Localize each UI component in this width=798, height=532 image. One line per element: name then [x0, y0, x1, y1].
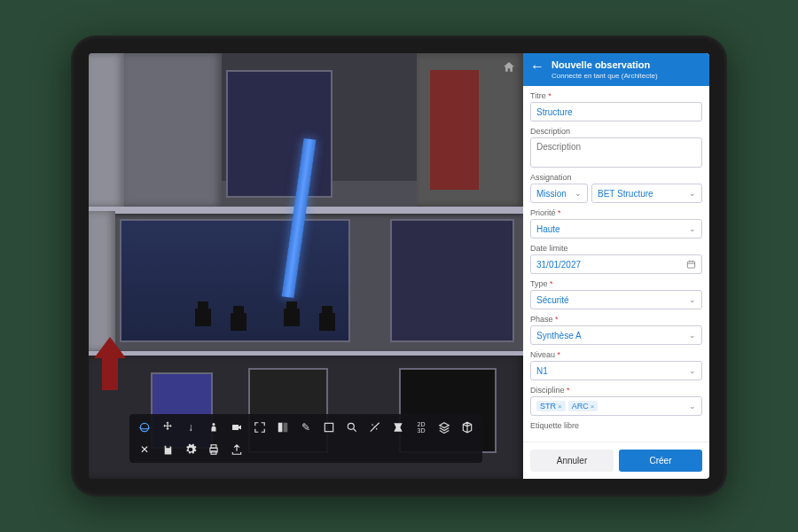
chevron-down-icon: ⌄ [689, 295, 696, 304]
home-icon[interactable] [502, 60, 516, 74]
chevron-down-icon: ⌄ [689, 189, 696, 198]
chip-remove-icon[interactable]: × [558, 403, 562, 411]
svg-rect-3 [278, 423, 283, 433]
section-icon[interactable] [388, 418, 408, 437]
chip-remove-icon[interactable]: × [591, 403, 595, 411]
panel-footer: Annuler Créer [523, 442, 709, 479]
svg-point-0 [140, 423, 148, 431]
back-arrow-icon[interactable]: ← [530, 59, 544, 74]
phase-select[interactable]: Synthèse A⌄ [530, 325, 702, 345]
assignation-label: Assignation [530, 173, 702, 182]
svg-point-6 [348, 423, 354, 429]
svg-rect-10 [687, 262, 694, 268]
type-label: Type * [530, 279, 702, 288]
phase-label: Phase * [530, 315, 702, 324]
discipline-chip[interactable]: ARC × [568, 401, 598, 411]
export-icon[interactable] [227, 440, 246, 459]
svg-rect-2 [232, 425, 239, 430]
chevron-down-icon: ⌄ [689, 224, 696, 233]
chevron-down-icon: ⌄ [689, 366, 696, 375]
compare-icon[interactable] [273, 418, 293, 437]
panel-header: ← Nouvelle observation Connecté en tant … [523, 53, 709, 86]
viewer-toolbar: ↓ ✎ 2D3D ✕ [129, 414, 482, 463]
panel-title: Nouvelle observation [552, 59, 658, 70]
cube-icon[interactable] [458, 418, 477, 437]
tablet-frame: ↓ ✎ 2D3D ✕ [71, 35, 727, 497]
chevron-down-icon: ⌄ [689, 402, 696, 411]
app-screen: ↓ ✎ 2D3D ✕ [89, 53, 709, 479]
measure-icon[interactable] [365, 418, 385, 437]
panel-subtitle: Connecté en tant que (Architecte) [552, 72, 658, 80]
pencil-icon[interactable]: ✎ [296, 418, 316, 437]
save-icon[interactable] [158, 440, 177, 459]
print-icon[interactable] [204, 440, 223, 459]
gear-icon[interactable] [181, 440, 200, 459]
create-button[interactable]: Créer [619, 450, 702, 472]
observation-panel: ← Nouvelle observation Connecté en tant … [523, 53, 709, 479]
title-label: Titre * [530, 91, 702, 100]
chevron-down-icon: ⌄ [689, 331, 696, 340]
area-icon[interactable] [319, 418, 339, 437]
calendar-icon [686, 260, 696, 270]
discipline-label: Discipline * [530, 386, 702, 395]
toolbar-row-2: ✕ [135, 440, 477, 459]
person-icon[interactable] [204, 418, 223, 437]
description-input[interactable] [530, 137, 702, 168]
walk-icon[interactable]: ↓ [181, 418, 200, 437]
cancel-button[interactable]: Annuler [530, 450, 614, 472]
type-select[interactable]: Sécurité⌄ [530, 290, 702, 309]
deadline-input[interactable]: 31/01/2027 [530, 254, 702, 274]
viewcube-icon[interactable]: 2D3D [411, 418, 431, 437]
chevron-down-icon: ⌄ [575, 189, 582, 198]
model-viewport[interactable]: ↓ ✎ 2D3D ✕ [89, 53, 523, 479]
assignation-scope-select[interactable]: Mission⌄ [530, 184, 588, 203]
svg-point-1 [213, 423, 215, 426]
fit-icon[interactable] [250, 418, 270, 437]
assignation-value-select[interactable]: BET Structure⌄ [591, 184, 702, 203]
svg-rect-8 [211, 445, 216, 449]
level-label: Niveau * [530, 350, 702, 359]
discipline-chip[interactable]: STR × [536, 401, 566, 411]
deadline-label: Date limite [530, 244, 702, 253]
orbit-icon[interactable] [135, 418, 154, 437]
title-input[interactable] [530, 102, 702, 121]
toolbar-row-1: ↓ ✎ 2D3D [135, 418, 477, 437]
layers-icon[interactable] [434, 418, 454, 437]
svg-rect-4 [284, 423, 288, 433]
description-label: Description [530, 127, 702, 136]
camera-icon[interactable] [227, 418, 246, 437]
search-icon[interactable] [342, 418, 362, 437]
panel-body: Titre * Description Assignation Mission⌄… [523, 86, 709, 442]
discipline-select[interactable]: STR × ARC × ⌄ [530, 396, 702, 416]
freetag-label: Etiquette libre [530, 421, 702, 430]
priority-label: Priorité * [530, 208, 702, 217]
pan-icon[interactable] [158, 418, 177, 437]
level-select[interactable]: N1⌄ [530, 361, 702, 380]
svg-rect-5 [325, 423, 332, 431]
priority-select[interactable]: Haute⌄ [530, 219, 702, 239]
close-icon[interactable]: ✕ [135, 440, 154, 459]
